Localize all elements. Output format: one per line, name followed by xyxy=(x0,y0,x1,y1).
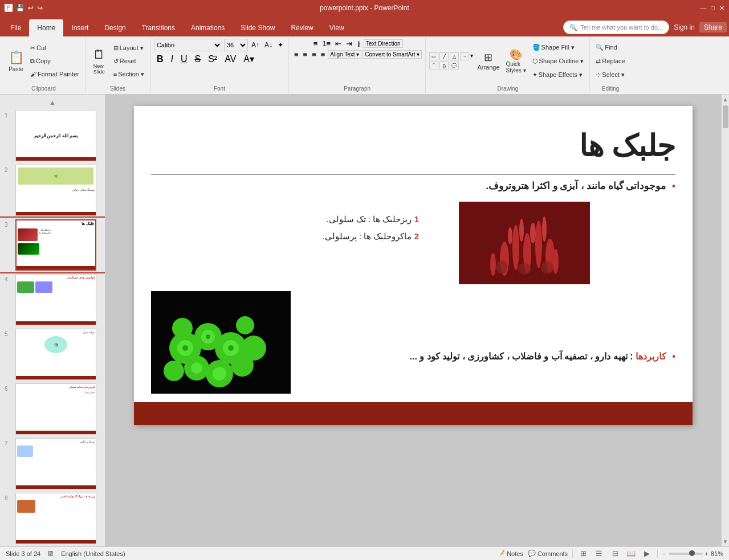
reset-button[interactable]: ↺ Reset xyxy=(111,55,146,67)
columns-button[interactable]: ⫿ xyxy=(355,39,363,48)
tab-review[interactable]: Review xyxy=(283,19,321,36)
cut-button[interactable]: ✂ Cut xyxy=(28,42,82,54)
font-label: Font xyxy=(214,83,225,92)
maximize-button[interactable]: □ xyxy=(711,5,715,12)
shape-effects-button[interactable]: ✦ Shape Effects ▾ xyxy=(530,68,587,81)
minimize-button[interactable]: — xyxy=(700,5,706,12)
shape-bracket-button[interactable]: {} xyxy=(439,62,449,70)
align-left-button[interactable]: ≡ xyxy=(292,50,300,59)
tab-animations[interactable]: Animations xyxy=(183,19,233,36)
underline-button[interactable]: U xyxy=(178,53,190,66)
main-area: ▲ 1 بسم الله الرحمن الرحیم 2 🌿 زیستگاه‌ه… xyxy=(0,95,729,546)
decrease-indent-button[interactable]: ⇤ xyxy=(333,39,343,48)
find-icon: 🔍 xyxy=(596,44,604,51)
arrange-button[interactable]: ⊞ Arrange xyxy=(475,44,502,78)
italic-button[interactable]: I xyxy=(168,53,176,66)
slide-thumb-7[interactable]: 7 مزایا و جانب xyxy=(0,436,105,491)
quick-access-save[interactable]: 💾 xyxy=(16,4,25,12)
scroll-up-arrow[interactable]: ▲ xyxy=(721,95,729,104)
panel-scroll-up[interactable]: ▲ xyxy=(0,97,105,108)
shapes-more-button[interactable]: ▾ xyxy=(470,52,473,60)
shape-arrow-button[interactable]: → xyxy=(460,52,469,60)
find-button[interactable]: 🔍 Find xyxy=(593,41,627,54)
shape-line-button[interactable]: ╱ xyxy=(439,52,449,60)
align-center-button[interactable]: ≡ xyxy=(302,50,309,59)
notes-button[interactable]: 📝 Notes xyxy=(497,550,523,557)
tab-view[interactable]: View xyxy=(321,19,352,36)
tab-file[interactable]: File xyxy=(2,19,29,36)
comments-button[interactable]: 💬 Comments xyxy=(528,550,568,557)
zoom-in-button[interactable]: + xyxy=(705,550,708,557)
bullets-button[interactable]: ≡ xyxy=(312,39,320,48)
svg-point-13 xyxy=(518,263,531,275)
svg-point-6 xyxy=(490,253,496,276)
tab-slideshow[interactable]: Slide Show xyxy=(233,19,283,36)
replace-button[interactable]: ⇄ Replace xyxy=(593,55,627,67)
shadow-button[interactable]: S² xyxy=(205,53,220,66)
slide-thumb-5[interactable]: 5 تولیدمثل ⊕ xyxy=(0,327,105,382)
format-painter-button[interactable]: 🖌 Format Painter xyxy=(28,68,82,80)
slide-thumb-3[interactable]: 3 جلبک ها ریزجلبک هاماکروجلبک ها xyxy=(0,218,105,272)
shape-outline-button[interactable]: ⬡ Shape Outline ▾ xyxy=(530,55,587,67)
quick-access-undo[interactable]: ↩ xyxy=(28,4,34,12)
section-button[interactable]: ≡ Section ▾ xyxy=(111,68,146,80)
slide-canvas[interactable]: جلبک ها • موجوداتی گیاه مانند ، آبزی و ا… xyxy=(134,106,693,425)
tab-home[interactable]: Home xyxy=(29,19,63,36)
copy-icon: ⧉ xyxy=(30,58,35,65)
numbering-button[interactable]: 1≡ xyxy=(320,39,332,48)
tab-design[interactable]: Design xyxy=(96,19,133,36)
slide-thumb-6[interactable]: 6 ثارم زیادم سابم هستی متن درسی... xyxy=(0,382,105,436)
tab-transitions[interactable]: Transitions xyxy=(134,19,183,36)
svg-point-7 xyxy=(553,249,559,274)
paste-button[interactable]: 📋 Paste xyxy=(6,44,26,78)
quick-access-redo[interactable]: ↪ xyxy=(37,4,43,12)
char-spacing-button[interactable]: AV xyxy=(222,53,239,66)
increase-indent-button[interactable]: ⇥ xyxy=(344,39,354,48)
shape-curve-button[interactable]: ⌒ xyxy=(429,62,438,70)
bold-button[interactable]: B xyxy=(154,53,166,66)
shape-fill-button[interactable]: 🪣 Shape Fill ▾ xyxy=(530,41,587,54)
sign-in-button[interactable]: Sign in xyxy=(674,23,695,31)
text-direction-button[interactable]: Text Direction xyxy=(364,39,403,48)
align-text-button[interactable]: Align Text ▾ xyxy=(328,50,361,59)
quick-styles-button[interactable]: 🎨 QuickStyles ▾ xyxy=(504,44,528,78)
select-button[interactable]: ⊹ Select ▾ xyxy=(593,68,627,81)
justify-button[interactable]: ≡ xyxy=(319,50,327,59)
align-right-button[interactable]: ≡ xyxy=(310,50,318,59)
tab-insert[interactable]: Insert xyxy=(63,19,96,36)
svg-point-11 xyxy=(542,216,547,242)
smartart-button[interactable]: Convert to SmartArt ▾ xyxy=(363,50,422,59)
font-size-select[interactable]: 36 xyxy=(224,39,248,51)
slideshow-view-button[interactable]: ▶ xyxy=(641,548,653,559)
strikethrough-button[interactable]: S xyxy=(192,53,204,66)
clear-format-button[interactable]: ✦ xyxy=(276,40,285,50)
slide-thumb-8[interactable]: 8 زیر هدف بزرگ گلبول‌شناسی xyxy=(0,491,105,546)
shape-rect-button[interactable]: ▭ xyxy=(429,52,438,60)
normal-view-button[interactable]: ⊞ xyxy=(577,548,589,559)
slide-sorter-button[interactable]: ⊟ xyxy=(609,548,621,559)
new-slide-button[interactable]: 🗒 NewSlide xyxy=(89,44,109,78)
slide-count: Slide 3 of 24 xyxy=(6,550,40,557)
zoom-out-button[interactable]: − xyxy=(662,550,666,557)
svg-point-30 xyxy=(213,367,226,381)
scroll-thumb[interactable] xyxy=(723,105,728,128)
slide-thumb-1[interactable]: 1 بسم الله الرحمن الرحیم xyxy=(0,108,105,163)
font-name-select[interactable]: Calibri xyxy=(154,39,222,51)
font-increase-button[interactable]: A↑ xyxy=(250,40,261,50)
search-box[interactable]: 🔍 Tell me what you want to do... xyxy=(563,21,669,34)
shape-triangle-button[interactable]: △ xyxy=(450,52,459,60)
close-button[interactable]: ✕ xyxy=(719,5,724,12)
font-color-button[interactable]: A▾ xyxy=(241,52,257,66)
outline-view-button[interactable]: ☰ xyxy=(593,548,605,559)
reading-view-button[interactable]: 📖 xyxy=(625,548,637,559)
copy-button[interactable]: ⧉ Copy xyxy=(28,55,82,67)
scroll-down-arrow[interactable]: ▼ xyxy=(721,537,729,546)
zoom-slider[interactable] xyxy=(669,553,703,555)
shape-callout-button[interactable]: 💬 xyxy=(450,62,459,70)
font-decrease-button[interactable]: A↓ xyxy=(263,40,274,50)
share-button[interactable]: Share xyxy=(699,22,727,32)
slide-thumb-4[interactable]: 4 کوانتیتی های غیراکاری xyxy=(0,272,105,327)
layout-button[interactable]: ⊞ Layout ▾ xyxy=(111,42,146,54)
right-scrollbar[interactable]: ▲ ▼ xyxy=(721,95,729,546)
slide-thumb-2[interactable]: 2 🌿 زیستگاه‌های دریایی xyxy=(0,163,105,218)
